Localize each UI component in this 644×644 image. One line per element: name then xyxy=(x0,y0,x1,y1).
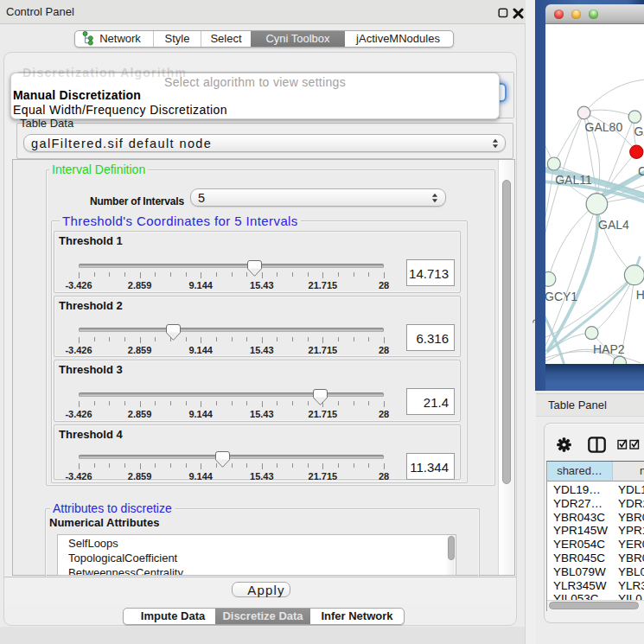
svg-text:CY: CY xyxy=(638,164,644,178)
svg-text:HAP2: HAP2 xyxy=(593,342,625,356)
svg-text:GAL11: GAL11 xyxy=(555,173,592,187)
svg-text:HA: HA xyxy=(636,288,644,302)
svg-text:GCY1: GCY1 xyxy=(545,290,577,303)
svg-text:GAL4: GAL4 xyxy=(598,218,629,232)
svg-text:GAL80: GAL80 xyxy=(585,120,623,134)
svg-text:GAL2: GAL2 xyxy=(634,124,644,138)
